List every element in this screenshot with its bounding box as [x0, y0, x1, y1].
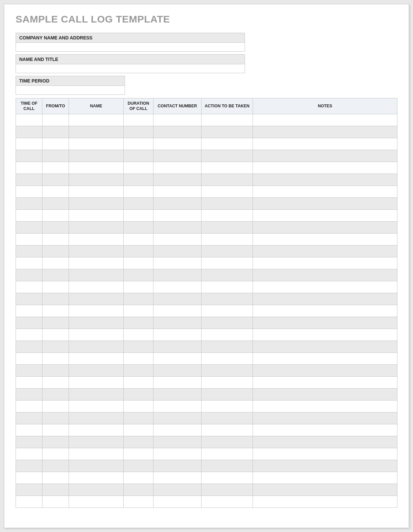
- table-cell[interactable]: [124, 389, 153, 400]
- table-cell[interactable]: [124, 484, 153, 496]
- table-cell[interactable]: [42, 365, 69, 377]
- table-cell[interactable]: [202, 269, 253, 281]
- field-time-period-value[interactable]: [16, 86, 125, 94]
- table-cell[interactable]: [253, 472, 397, 484]
- table-cell[interactable]: [124, 365, 153, 377]
- table-cell[interactable]: [69, 245, 124, 257]
- table-cell[interactable]: [124, 472, 153, 484]
- table-cell[interactable]: [16, 329, 42, 341]
- table-cell[interactable]: [253, 210, 397, 222]
- table-cell[interactable]: [153, 305, 202, 317]
- table-cell[interactable]: [202, 245, 253, 257]
- table-cell[interactable]: [202, 377, 253, 389]
- table-cell[interactable]: [153, 281, 202, 293]
- table-cell[interactable]: [42, 269, 69, 281]
- table-cell[interactable]: [202, 114, 253, 126]
- table-cell[interactable]: [69, 412, 124, 424]
- field-company-value[interactable]: [16, 43, 245, 51]
- table-cell[interactable]: [16, 412, 42, 424]
- table-cell[interactable]: [16, 353, 42, 365]
- table-cell[interactable]: [153, 174, 202, 186]
- table-cell[interactable]: [42, 198, 69, 210]
- table-cell[interactable]: [253, 269, 397, 281]
- table-cell[interactable]: [153, 460, 202, 472]
- table-cell[interactable]: [202, 162, 253, 174]
- table-cell[interactable]: [153, 341, 202, 353]
- table-cell[interactable]: [153, 484, 202, 496]
- table-cell[interactable]: [153, 150, 202, 162]
- table-cell[interactable]: [153, 234, 202, 245]
- table-cell[interactable]: [124, 186, 153, 198]
- table-cell[interactable]: [153, 126, 202, 138]
- table-cell[interactable]: [124, 138, 153, 150]
- table-cell[interactable]: [253, 162, 397, 174]
- table-cell[interactable]: [202, 341, 253, 353]
- table-cell[interactable]: [253, 138, 397, 150]
- table-cell[interactable]: [16, 365, 42, 377]
- table-cell[interactable]: [16, 234, 42, 245]
- table-cell[interactable]: [69, 365, 124, 377]
- table-cell[interactable]: [253, 234, 397, 245]
- table-cell[interactable]: [42, 424, 69, 436]
- table-cell[interactable]: [153, 436, 202, 448]
- table-cell[interactable]: [253, 150, 397, 162]
- table-cell[interactable]: [16, 305, 42, 317]
- table-cell[interactable]: [253, 126, 397, 138]
- table-cell[interactable]: [202, 400, 253, 412]
- table-cell[interactable]: [69, 210, 124, 222]
- table-cell[interactable]: [42, 234, 69, 245]
- table-cell[interactable]: [153, 269, 202, 281]
- table-cell[interactable]: [124, 222, 153, 234]
- table-cell[interactable]: [69, 484, 124, 496]
- field-name-title-value[interactable]: [16, 64, 245, 73]
- table-cell[interactable]: [124, 162, 153, 174]
- table-cell[interactable]: [153, 353, 202, 365]
- table-cell[interactable]: [202, 257, 253, 269]
- table-cell[interactable]: [124, 198, 153, 210]
- table-cell[interactable]: [253, 353, 397, 365]
- table-cell[interactable]: [253, 377, 397, 389]
- table-cell[interactable]: [153, 138, 202, 150]
- table-cell[interactable]: [253, 174, 397, 186]
- table-cell[interactable]: [202, 293, 253, 305]
- table-cell[interactable]: [124, 257, 153, 269]
- table-cell[interactable]: [69, 436, 124, 448]
- table-cell[interactable]: [16, 222, 42, 234]
- table-cell[interactable]: [202, 472, 253, 484]
- table-cell[interactable]: [202, 329, 253, 341]
- table-cell[interactable]: [253, 436, 397, 448]
- table-cell[interactable]: [253, 496, 397, 508]
- table-cell[interactable]: [202, 353, 253, 365]
- table-cell[interactable]: [124, 412, 153, 424]
- table-cell[interactable]: [153, 400, 202, 412]
- table-cell[interactable]: [69, 448, 124, 460]
- table-cell[interactable]: [202, 436, 253, 448]
- table-cell[interactable]: [153, 412, 202, 424]
- table-cell[interactable]: [42, 400, 69, 412]
- table-cell[interactable]: [16, 400, 42, 412]
- table-cell[interactable]: [42, 305, 69, 317]
- table-cell[interactable]: [69, 198, 124, 210]
- table-cell[interactable]: [42, 412, 69, 424]
- table-cell[interactable]: [16, 436, 42, 448]
- table-cell[interactable]: [42, 472, 69, 484]
- table-cell[interactable]: [42, 484, 69, 496]
- table-cell[interactable]: [202, 460, 253, 472]
- table-cell[interactable]: [69, 174, 124, 186]
- table-cell[interactable]: [124, 305, 153, 317]
- table-cell[interactable]: [42, 317, 69, 329]
- table-cell[interactable]: [202, 484, 253, 496]
- table-cell[interactable]: [16, 138, 42, 150]
- table-cell[interactable]: [16, 377, 42, 389]
- table-cell[interactable]: [153, 448, 202, 460]
- table-cell[interactable]: [253, 186, 397, 198]
- table-cell[interactable]: [69, 126, 124, 138]
- table-cell[interactable]: [202, 126, 253, 138]
- table-cell[interactable]: [16, 281, 42, 293]
- table-cell[interactable]: [253, 341, 397, 353]
- table-cell[interactable]: [202, 412, 253, 424]
- table-cell[interactable]: [202, 186, 253, 198]
- table-cell[interactable]: [124, 329, 153, 341]
- table-cell[interactable]: [153, 210, 202, 222]
- table-cell[interactable]: [253, 245, 397, 257]
